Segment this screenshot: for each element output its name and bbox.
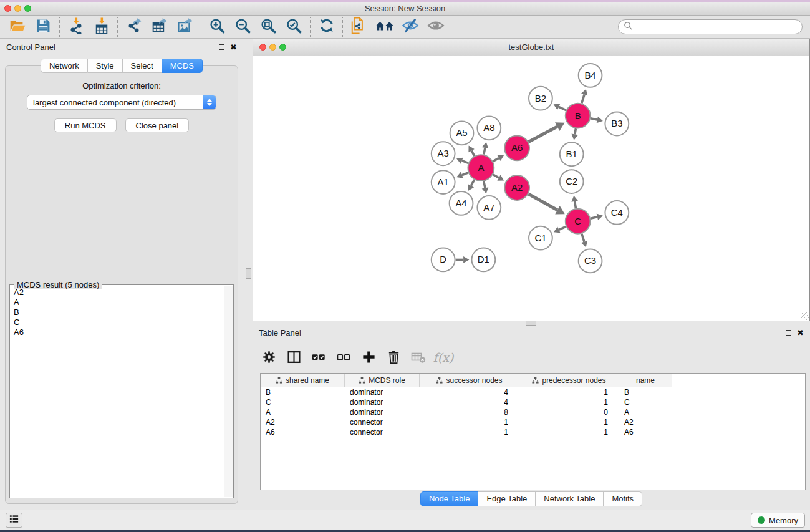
graph-edge-A-A5[interactable]: [471, 151, 475, 156]
tab-edge-table[interactable]: Edge Table: [478, 491, 536, 506]
graph-edge-A-A3[interactable]: [462, 161, 468, 163]
tab-mcds[interactable]: MCDS: [162, 59, 203, 73]
refresh-button[interactable]: [314, 17, 339, 37]
result-item[interactable]: A: [12, 297, 223, 307]
graph-edge-A-A7[interactable]: [484, 181, 485, 188]
close-panel-icon[interactable]: ✖: [230, 43, 237, 51]
graph-edge-B-B2[interactable]: [559, 107, 566, 110]
import-network-button[interactable]: [63, 17, 89, 37]
network-minimize-button[interactable]: [269, 44, 276, 51]
mcds-result-list[interactable]: A2ABCA6: [12, 288, 223, 496]
resize-grip-icon[interactable]: [801, 312, 809, 320]
graph-node-C1[interactable]: C1: [529, 226, 552, 250]
hide-selected-button[interactable]: [397, 17, 423, 37]
export-image-button[interactable]: [172, 17, 198, 37]
tab-network[interactable]: Network: [41, 59, 88, 73]
zoom-window-button[interactable]: [24, 5, 31, 12]
tab-style[interactable]: Style: [88, 59, 123, 73]
graph-node-A7[interactable]: A7: [477, 196, 501, 220]
graph-edge-C-C1[interactable]: [559, 226, 566, 230]
criterion-select[interactable]: largest connected component (directed): [27, 95, 216, 110]
graph-edge-C-C3[interactable]: [582, 234, 584, 242]
graph-node-A2[interactable]: A2: [504, 175, 529, 200]
delete-table-button[interactable]: [411, 350, 426, 365]
graph-node-C[interactable]: C: [566, 209, 591, 234]
graph-node-A3[interactable]: A3: [432, 142, 455, 165]
table-row[interactable]: Adominator80A: [261, 407, 805, 417]
split-divider-grip-vertical[interactable]: [246, 268, 251, 279]
graph-node-A1[interactable]: A1: [432, 170, 455, 194]
graph-edge-C-C4[interactable]: [591, 217, 597, 218]
export-table-button[interactable]: [147, 17, 172, 37]
first-neighbors-button[interactable]: [372, 17, 397, 37]
add-column-button[interactable]: [361, 350, 376, 365]
graph-node-B2[interactable]: B2: [529, 87, 552, 110]
graph-node-B[interactable]: B: [566, 104, 591, 128]
table-row[interactable]: Bdominator41B: [261, 387, 805, 397]
graph-node-A5[interactable]: A5: [450, 122, 474, 145]
show-all-button[interactable]: [423, 17, 448, 37]
zoom-selected-button[interactable]: [281, 17, 307, 37]
table-settings-button[interactable]: [261, 350, 276, 365]
export-network-button[interactable]: [121, 17, 147, 37]
delete-column-button[interactable]: [386, 350, 401, 365]
result-item[interactable]: A6: [12, 327, 223, 337]
float-panel-icon[interactable]: [219, 44, 224, 50]
network-window-titlebar[interactable]: testGlobe.txt: [253, 39, 809, 56]
save-session-button[interactable]: [31, 17, 56, 37]
tab-node-table[interactable]: Node Table: [420, 491, 479, 506]
column-header-2[interactable]: successor nodes: [420, 374, 519, 387]
graph-edge-B-B1[interactable]: [575, 128, 576, 134]
search-input[interactable]: [618, 19, 803, 34]
float-table-panel-icon[interactable]: [786, 330, 791, 336]
graph-node-D[interactable]: D: [432, 248, 455, 272]
graph-edge-A-A2[interactable]: [493, 175, 499, 178]
graph-node-A8[interactable]: A8: [477, 117, 501, 140]
zoom-in-button[interactable]: [205, 17, 230, 37]
graph-edge-C-C2[interactable]: [575, 201, 576, 208]
table-row[interactable]: Cdominator41C: [261, 397, 805, 407]
close-window-button[interactable]: [4, 5, 11, 12]
graph-node-C2[interactable]: C2: [560, 170, 584, 193]
tab-motifs[interactable]: Motifs: [604, 491, 642, 506]
split-divider-grip-horizontal[interactable]: [526, 321, 536, 326]
graph-edge-A2-C[interactable]: [528, 194, 557, 210]
open-session-button[interactable]: [5, 17, 31, 37]
graph-node-A4[interactable]: A4: [450, 191, 473, 215]
tab-network-table[interactable]: Network Table: [536, 491, 604, 506]
graph-edge-A-A8[interactable]: [484, 148, 485, 155]
table-row[interactable]: A2connector11A2: [261, 417, 805, 427]
table-row[interactable]: A6connector11A6: [261, 427, 805, 437]
close-panel-button[interactable]: Close panel: [125, 118, 190, 132]
function-builder-button[interactable]: f(x): [436, 350, 451, 365]
graph-node-C4[interactable]: C4: [605, 201, 629, 225]
result-item[interactable]: B: [12, 307, 223, 317]
new-network-from-selection-button[interactable]: [346, 17, 372, 37]
result-item[interactable]: A2: [12, 288, 223, 297]
close-table-panel-icon[interactable]: ✖: [797, 329, 804, 337]
graph-edge-A-A4[interactable]: [471, 180, 474, 186]
graph-edge-B-B3[interactable]: [591, 118, 597, 120]
graph-edge-A-A6[interactable]: [493, 158, 499, 161]
column-header-1[interactable]: MCDS role: [345, 374, 420, 387]
graph-node-D1[interactable]: D1: [471, 248, 495, 272]
network-close-button[interactable]: [259, 44, 266, 51]
tab-select[interactable]: Select: [123, 59, 162, 73]
task-history-button[interactable]: [6, 513, 22, 528]
network-zoom-button[interactable]: [279, 44, 286, 51]
deselect-all-button[interactable]: [336, 350, 351, 365]
graph-node-B1[interactable]: B1: [560, 142, 584, 166]
network-canvas[interactable]: AA1A2A3A4A5A6A7A8BB1B2B3B4CC1C2C3C4DD1: [254, 56, 809, 320]
run-mcds-button[interactable]: Run MCDS: [54, 118, 117, 132]
graph-edge-B-B4[interactable]: [582, 95, 584, 104]
graph-edge-A-A1[interactable]: [462, 173, 468, 175]
result-scrollbar[interactable]: [224, 286, 233, 497]
memory-button[interactable]: Memory: [751, 513, 805, 528]
column-header-4[interactable]: name: [619, 374, 672, 387]
zoom-fit-button[interactable]: [256, 17, 281, 37]
split-panel-button[interactable]: [286, 350, 301, 365]
graph-node-B4[interactable]: B4: [579, 64, 602, 87]
graph-node-B3[interactable]: B3: [605, 112, 629, 136]
minimize-window-button[interactable]: [14, 5, 21, 12]
result-item[interactable]: C: [12, 317, 223, 327]
